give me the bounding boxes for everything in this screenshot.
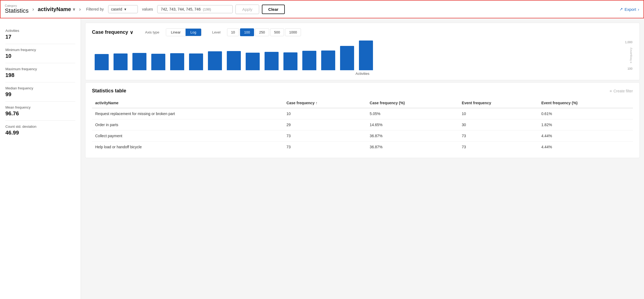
bar-wrapper xyxy=(114,53,128,70)
filter-field-dropdown[interactable]: caseId ▾ xyxy=(108,5,138,13)
table-column-header: activityName xyxy=(92,98,283,108)
filter-count: (198) xyxy=(203,7,211,11)
table-cell: Collect payment xyxy=(92,130,283,142)
table-cell: Help load or handoff bicycle xyxy=(92,142,283,153)
stat-item: Count std. deviation 46.99 xyxy=(5,121,75,140)
values-label: values xyxy=(142,7,153,11)
chart-header: Case frequency ∨ Axis type LinearLog Lev… xyxy=(92,28,633,36)
bar-wrapper xyxy=(170,53,184,70)
y-axis-title: ≡ frequency xyxy=(629,48,632,63)
bar-wrapper xyxy=(132,53,146,70)
bar-wrapper xyxy=(265,52,279,70)
chart-title-button[interactable]: Case frequency ∨ xyxy=(92,29,133,35)
stat-item: Minimum frequency 10 xyxy=(5,44,75,63)
stat-label: Activities xyxy=(5,29,75,33)
axis-type-label: Axis type xyxy=(145,30,159,34)
table-cell: 73 xyxy=(283,142,366,153)
stat-label: Median frequency xyxy=(5,86,75,90)
statistics-table: activityNameCase frequency ↑Case frequen… xyxy=(92,98,633,152)
bar-wrapper xyxy=(283,52,297,70)
stat-value: 10 xyxy=(5,53,75,59)
table-column-header: Case frequency ↑ xyxy=(283,98,366,108)
table-cell: 29 xyxy=(283,119,366,130)
level-btn-1000[interactable]: 1000 xyxy=(285,28,301,36)
bar-wrapper xyxy=(208,51,222,70)
chart-bar xyxy=(340,46,354,70)
table-column-header: Event frequency xyxy=(458,98,538,108)
table-header-row: Statistics table ≡ Create filter xyxy=(92,88,633,94)
activity-name-chevron: ∨ xyxy=(73,7,75,11)
level-btn-100[interactable]: 100 xyxy=(240,28,254,36)
table-cell: 14.65% xyxy=(366,119,458,130)
stat-label: Minimum frequency xyxy=(5,48,75,52)
chart-bar xyxy=(321,51,335,70)
bar-wrapper xyxy=(95,54,109,70)
bar-wrapper xyxy=(227,51,241,70)
chart-bar xyxy=(208,51,222,70)
table-cell: 10 xyxy=(283,108,366,119)
table-section: Statistics table ≡ Create filter activit… xyxy=(85,82,640,158)
table-column-header: Case frequency (%) xyxy=(366,98,458,108)
create-filter-button[interactable]: ≡ Create filter xyxy=(609,89,633,93)
filter-field-value: caseId xyxy=(111,7,122,11)
filter-icon: ≡ xyxy=(609,89,612,93)
chart-bar xyxy=(283,52,297,70)
table-cell: 5.05% xyxy=(366,108,458,119)
chart-bar xyxy=(132,53,146,70)
filter-values-input[interactable]: 742, 743, 744, 745, 746 (198) xyxy=(157,5,233,13)
apply-button[interactable]: Apply xyxy=(235,5,259,14)
table-row: Order in parts2914.65%301.82% xyxy=(92,119,633,130)
dropdown-chevron: ▾ xyxy=(124,7,126,11)
export-button[interactable]: ↗ Export › xyxy=(619,7,639,12)
content-area: Case frequency ∨ Axis type LinearLog Lev… xyxy=(81,18,644,299)
level-btn-500[interactable]: 500 xyxy=(270,28,284,36)
table-cell: 0.61% xyxy=(538,108,633,119)
stat-label: Count std. deviation xyxy=(5,125,75,129)
axis-type-btn-log[interactable]: Log xyxy=(186,29,201,36)
stat-label: Mean frequency xyxy=(5,105,75,109)
table-cell: 4.44% xyxy=(538,130,633,142)
filtered-by-label: Filtered by xyxy=(86,7,104,11)
stat-value: 46.99 xyxy=(5,130,75,136)
breadcrumb-arrow-2: › xyxy=(79,6,81,12)
bar-wrapper xyxy=(302,51,316,70)
stat-item: Activities 17 xyxy=(5,25,75,44)
chart-bar xyxy=(246,53,260,70)
export-arrow-icon: ↗ xyxy=(619,7,623,12)
sidebar-resizer[interactable] xyxy=(79,18,81,299)
table-column-header: Event frequency (%) xyxy=(538,98,633,108)
table-cell: 4.44% xyxy=(538,142,633,153)
axis-type-btn-linear[interactable]: Linear xyxy=(166,29,186,36)
stat-value: 17 xyxy=(5,34,75,40)
level-btn-250[interactable]: 250 xyxy=(255,28,269,36)
bar-wrapper xyxy=(246,53,260,70)
table-cell: Order in parts xyxy=(92,119,283,130)
bar-wrapper xyxy=(189,53,203,70)
chart-bar xyxy=(302,51,316,70)
x-axis-label: Activities xyxy=(355,72,369,76)
table-cell: 73 xyxy=(283,130,366,142)
table-cell: 73 xyxy=(458,130,538,142)
filter-values-text: 742, 743, 744, 745, 746 xyxy=(161,7,201,11)
breadcrumb-arrow-1: › xyxy=(32,6,34,12)
clear-button[interactable]: Clear xyxy=(262,5,285,14)
activity-name-label: activityName xyxy=(38,6,71,12)
create-filter-label: Create filter xyxy=(614,89,633,93)
table-cell: 1.82% xyxy=(538,119,633,130)
export-label: Export xyxy=(625,7,636,12)
level-label: Level xyxy=(212,30,221,34)
chart-bar xyxy=(151,54,165,70)
header-bar: Category Statistics › activityName ∨ › F… xyxy=(0,0,644,18)
table-row: Request replacement for missing or broke… xyxy=(92,108,633,119)
table-row: Collect payment7336.87%734.44% xyxy=(92,130,633,142)
breadcrumb-root: Statistics xyxy=(5,7,29,14)
chart-section: Case frequency ∨ Axis type LinearLog Lev… xyxy=(85,23,640,80)
table-row: Help load or handoff bicycle7336.87%734.… xyxy=(92,142,633,153)
chart-title-chevron: ∨ xyxy=(130,29,133,35)
chart-bar xyxy=(359,41,373,70)
bar-wrapper xyxy=(340,46,354,70)
level-btn-10[interactable]: 10 xyxy=(227,28,239,36)
stat-value: 96.76 xyxy=(5,110,75,117)
chart-bar xyxy=(95,54,109,70)
activity-name-button[interactable]: activityName ∨ xyxy=(38,6,75,12)
